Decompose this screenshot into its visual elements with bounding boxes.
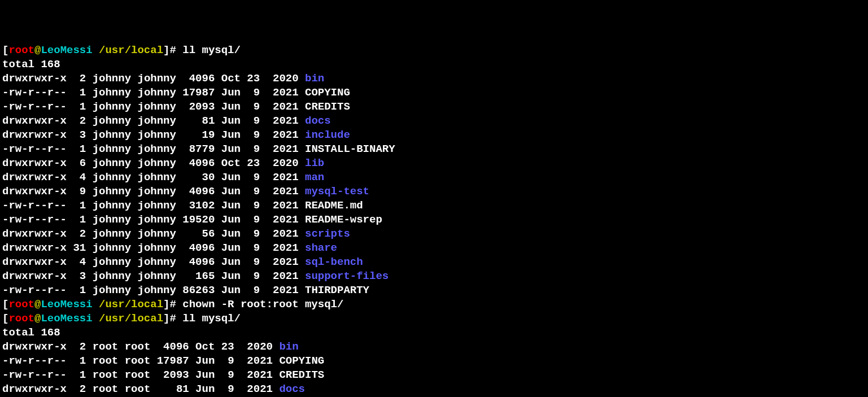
day: 9 bbox=[247, 228, 260, 240]
command-text[interactable]: ll mysql/ bbox=[182, 312, 241, 325]
file-name: INSTALL-BINARY bbox=[305, 143, 395, 155]
group: root bbox=[125, 383, 151, 395]
size: 81 bbox=[182, 115, 215, 127]
perm: -rw-r--r-- bbox=[2, 101, 67, 113]
group: root bbox=[125, 369, 151, 381]
group: johnny bbox=[137, 213, 176, 226]
links: 1 bbox=[73, 101, 86, 113]
file-name: docs bbox=[279, 383, 305, 395]
yeartime: 2021 bbox=[267, 256, 299, 268]
size: 30 bbox=[182, 171, 215, 184]
yeartime: 2021 bbox=[241, 383, 273, 395]
links: 2 bbox=[73, 72, 86, 85]
group: johnny bbox=[137, 228, 176, 240]
size: 4096 bbox=[182, 256, 215, 268]
file-name: CREDITS bbox=[279, 369, 324, 381]
prompt-at: @ bbox=[34, 298, 41, 311]
perm: -rw-r--r-- bbox=[2, 199, 67, 212]
group: johnny bbox=[137, 143, 176, 155]
month: Jun bbox=[221, 270, 241, 282]
perm: drwxrwxr-x bbox=[2, 256, 67, 268]
month: Jun bbox=[221, 199, 241, 212]
perm: drwxrwxr-x bbox=[2, 129, 67, 141]
prompt-user: root bbox=[8, 312, 34, 325]
yeartime: 2021 bbox=[267, 86, 299, 99]
group: johnny bbox=[137, 171, 176, 184]
perm: drwxrwxr-x bbox=[2, 383, 67, 395]
day: 9 bbox=[247, 270, 260, 282]
perm: drwxrwxr-x bbox=[2, 185, 67, 198]
total-line: total 168 bbox=[2, 58, 60, 71]
file-name: docs bbox=[305, 115, 331, 127]
day: 9 bbox=[247, 86, 260, 99]
links: 1 bbox=[73, 199, 86, 212]
size: 4096 bbox=[182, 72, 215, 85]
size: 4096 bbox=[182, 157, 215, 169]
yeartime: 2020 bbox=[267, 157, 299, 169]
file-name: README-wsrep bbox=[305, 213, 382, 226]
month: Jun bbox=[221, 143, 241, 155]
terminal-output: [root@LeoMessi /usr/local]# ll mysql/ to… bbox=[2, 43, 866, 397]
user: root bbox=[93, 383, 119, 395]
file-name: support-files bbox=[305, 270, 389, 282]
perm: drwxrwxr-x bbox=[2, 171, 67, 184]
links: 2 bbox=[73, 383, 86, 395]
perm: drwxrwxr-x bbox=[2, 115, 67, 127]
day: 9 bbox=[247, 185, 260, 198]
links: 9 bbox=[73, 185, 86, 198]
prompt-at: @ bbox=[34, 312, 41, 325]
prompt-open-bracket: [ bbox=[2, 298, 8, 311]
user: johnny bbox=[93, 86, 131, 99]
yeartime: 2021 bbox=[241, 369, 273, 381]
user: johnny bbox=[93, 199, 131, 212]
group: johnny bbox=[137, 270, 176, 282]
group: johnny bbox=[137, 129, 176, 141]
yeartime: 2021 bbox=[267, 171, 299, 184]
user: johnny bbox=[93, 171, 131, 184]
day: 9 bbox=[247, 101, 260, 113]
perm: drwxrwxr-x bbox=[2, 157, 67, 169]
yeartime: 2021 bbox=[267, 101, 299, 113]
day: 23 bbox=[221, 341, 234, 353]
group: johnny bbox=[137, 284, 176, 296]
perm: drwxrwxr-x bbox=[2, 242, 67, 254]
month: Jun bbox=[221, 256, 241, 268]
size: 17987 bbox=[182, 86, 215, 99]
links: 1 bbox=[73, 355, 86, 367]
prompt-path: /usr/local bbox=[99, 312, 163, 325]
prompt-hash: # bbox=[169, 312, 182, 325]
total-line: total 168 bbox=[2, 326, 60, 339]
month: Jun bbox=[221, 101, 241, 113]
user: johnny bbox=[93, 157, 131, 169]
links: 6 bbox=[73, 157, 86, 169]
user: johnny bbox=[93, 284, 131, 296]
links: 4 bbox=[73, 171, 86, 184]
group: root bbox=[125, 355, 151, 367]
user: johnny bbox=[93, 228, 131, 240]
links: 1 bbox=[73, 213, 86, 226]
command-text[interactable]: chown -R root:root mysql/ bbox=[182, 298, 343, 311]
day: 9 bbox=[247, 129, 260, 141]
yeartime: 2021 bbox=[267, 213, 299, 226]
group: johnny bbox=[137, 242, 176, 254]
yeartime: 2021 bbox=[267, 242, 299, 254]
links: 2 bbox=[73, 115, 86, 127]
month: Jun bbox=[221, 129, 241, 141]
group: johnny bbox=[137, 185, 176, 198]
yeartime: 2020 bbox=[241, 341, 273, 353]
size: 2093 bbox=[157, 369, 189, 381]
size: 17987 bbox=[157, 355, 189, 367]
group: johnny bbox=[137, 115, 176, 127]
day: 9 bbox=[247, 284, 260, 296]
day: 9 bbox=[247, 143, 260, 155]
prompt-close-bracket: ] bbox=[163, 298, 169, 311]
command-text[interactable]: ll mysql/ bbox=[182, 44, 241, 56]
user: johnny bbox=[93, 270, 131, 282]
size: 4096 bbox=[182, 185, 215, 198]
group: johnny bbox=[137, 86, 176, 99]
perm: drwxrwxr-x bbox=[2, 228, 67, 240]
links: 3 bbox=[73, 270, 86, 282]
day: 9 bbox=[247, 199, 260, 212]
yeartime: 2021 bbox=[267, 129, 299, 141]
user: johnny bbox=[93, 129, 131, 141]
